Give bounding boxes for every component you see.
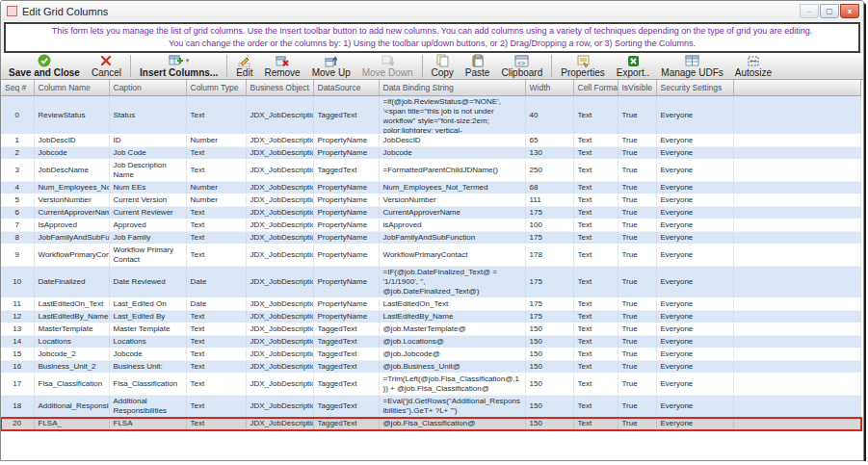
edit-grid-columns-dialog: Edit Grid Columns – ▢ x This form lets y… <box>0 0 864 461</box>
cell-security: Everyone <box>656 418 733 430</box>
grid-row-seq-16[interactable]: 16Business_Unit_2Business Unit:TextJDX_J… <box>1 361 861 374</box>
grid-row-seq-6[interactable]: 6CurrentApproverNameCurrent ReviewerText… <box>1 207 861 220</box>
toolbar-button-copy[interactable]: Copy <box>426 53 460 79</box>
grid-row-seq-18[interactable]: 18Additional_ResponsibilitiAdditional Re… <box>1 396 861 418</box>
cell-filler <box>733 194 861 207</box>
cell-width: 150 <box>525 374 573 396</box>
grid-row-seq-0[interactable]: 0ReviewStatusStatusTextJDX_JobDescriptio… <box>1 96 861 135</box>
cell-datasource: TaggedText <box>313 349 379 361</box>
column-header-column_type[interactable]: Column Type <box>186 80 246 96</box>
cell-datasource: PropertyName <box>313 182 379 194</box>
grid-row-seq-13[interactable]: 13MasterTemplateMaster TemplateTextJDX_J… <box>1 323 861 336</box>
cell-datasource: PropertyName <box>313 232 379 245</box>
toolbar-button-label: Export.. <box>617 67 649 79</box>
grid-body: 0ReviewStatusStatusTextJDX_JobDescriptio… <box>1 96 861 430</box>
cell-filler <box>733 182 861 194</box>
column-header-business_object[interactable]: Business Object <box>246 80 313 96</box>
toolbar-button-label: Move Down <box>362 67 413 79</box>
move-down-icon <box>381 54 394 67</box>
grid-row-seq-3[interactable]: 3JobDescNameJob Description NameTextJDX_… <box>1 160 861 182</box>
cell-column_type: Text <box>186 323 246 336</box>
cell-cell_format: Text <box>573 147 618 160</box>
grid-row-seq-12[interactable]: 12LastEditedBy_NameLast_Edited ByTextJDX… <box>1 311 861 323</box>
grid-row-seq-2[interactable]: 2JobcodeJob CodeTextJDX_JobDescriptionPr… <box>1 147 861 160</box>
toolbar-button-paste[interactable]: Paste <box>460 53 496 79</box>
cell-binding: =IF(@job.DateFinalized_Text@ = '1/1/1900… <box>379 267 525 298</box>
column-header-caption[interactable]: Caption <box>109 80 186 96</box>
column-header-width[interactable]: Width <box>525 80 573 96</box>
toolbar-button-move-up[interactable]: Move Up <box>306 53 356 79</box>
grid-row-seq-8[interactable]: 8JobFamilyAndSubFunctiJob FamilyTextJDX_… <box>1 232 861 245</box>
cell-seq: 1 <box>1 135 34 147</box>
toolbar-button-save-and-close[interactable]: Save and Close <box>3 53 86 79</box>
save-icon <box>38 54 51 67</box>
cell-binding: @job.Flsa_Classification@ <box>379 418 525 430</box>
toolbar-button-insert-columns[interactable]: ▾Insert Columns... <box>134 53 224 79</box>
cell-column_name: Flsa_Classification <box>34 374 109 396</box>
cell-security: Everyone <box>656 311 733 323</box>
toolbar-button-clipboard[interactable]: <>Clipboard <box>495 53 548 79</box>
toolbar-button-label: Clipboard <box>501 67 542 79</box>
cell-column_type: Text <box>186 349 246 361</box>
minimize-button[interactable]: – <box>800 4 819 18</box>
cell-seq: 4 <box>1 182 34 194</box>
cell-binding: Num_Employees_Not_Termed <box>379 182 525 194</box>
column-header-column_name[interactable]: Column Name <box>34 80 109 96</box>
cell-binding: @job.Jobcode@ <box>379 349 525 361</box>
grid-row-seq-9[interactable]: 9WorkflowPrimaryContacWorkflow Primary C… <box>1 245 861 267</box>
grid-row-seq-11[interactable]: 11LastEditedOn_TextLast_Edited OnDateJDX… <box>1 298 861 311</box>
cell-isvisible: True <box>618 207 656 220</box>
cell-column_name: ReviewStatus <box>34 96 109 135</box>
toolbar-button-autosize[interactable]: Autosize <box>729 53 777 79</box>
column-header-seq[interactable]: Seq # <box>1 80 34 96</box>
grid-row-seq-20[interactable]: 20FLSA_FLSATextJDX_JobDescriptionTaggedT… <box>1 418 861 430</box>
cell-caption: Additional Responsibilities <box>109 396 186 418</box>
grid-row-seq-1[interactable]: 1JobDescIDIDNumberJDX_JobDescriptionProp… <box>1 135 861 147</box>
cell-caption: Current Reviewer <box>109 207 186 220</box>
toolbar-button-label: Autosize <box>735 67 772 79</box>
column-header-datasource[interactable]: DataSource <box>313 80 379 96</box>
cell-security: Everyone <box>656 147 733 160</box>
cell-binding: LastEditedBy_Name <box>379 311 525 323</box>
cell-filler <box>733 96 861 135</box>
close-button[interactable]: x <box>840 4 859 18</box>
titlebar[interactable]: Edit Grid Columns – ▢ x <box>1 1 863 21</box>
grid-header-row: Seq #Column NameCaptionColumn TypeBusine… <box>1 80 861 96</box>
grid-row-seq-14[interactable]: 14LocationsLocationsTextJDX_JobDescripti… <box>1 336 861 349</box>
column-header-security[interactable]: Security Settings <box>656 80 733 96</box>
toolbar-button-edit[interactable]: Edit <box>230 53 258 79</box>
grid-row-seq-5[interactable]: 5VersionNumberCurrent VersionNumberJDX_J… <box>1 194 861 207</box>
column-header-cell_format[interactable]: Cell Format <box>573 80 618 96</box>
cell-filler <box>733 298 861 311</box>
grid-row-seq-15[interactable]: 15Jobcode_2JobcodeTextJDX_JobDescription… <box>1 349 861 361</box>
cell-width: 100 <box>525 220 573 232</box>
cell-business_object: JDX_JobDescription <box>246 374 313 396</box>
cell-security: Everyone <box>656 182 733 194</box>
cell-cell_format: Text <box>573 245 618 267</box>
grid-row-seq-17[interactable]: 17Flsa_ClassificationFlsa_Classification… <box>1 374 861 396</box>
cell-datasource: TaggedText <box>313 396 379 418</box>
cell-filler <box>733 207 861 220</box>
toolbar-button-manage-udfs[interactable]: Manage UDFs <box>655 53 728 79</box>
cell-column_name: WorkflowPrimaryContac <box>34 245 109 267</box>
grid-row-seq-7[interactable]: 7IsApprovedApprovedTextJDX_JobDescriptio… <box>1 220 861 232</box>
paste-icon <box>472 54 484 67</box>
toolbar-button-export[interactable]: Export.. <box>611 53 655 79</box>
cell-column_name: DateFinalized <box>34 267 109 298</box>
cell-binding: LastEditedOn_Text <box>379 298 525 311</box>
cell-cell_format: Text <box>573 374 618 396</box>
remove-icon <box>276 54 289 67</box>
maximize-button[interactable]: ▢ <box>820 4 839 18</box>
dialog-title: Edit Grid Columns <box>22 6 108 17</box>
toolbar-button-properties[interactable]: Properties <box>555 53 611 79</box>
cell-seq: 6 <box>1 207 34 220</box>
grid-row-seq-10[interactable]: 10DateFinalizedDate ReviewedDateJDX_JobD… <box>1 267 861 298</box>
column-header-isvisible[interactable]: IsVisible <box>618 80 656 96</box>
toolbar-button-remove[interactable]: Remove <box>258 53 305 79</box>
toolbar-button-cancel[interactable]: Cancel <box>86 53 127 79</box>
toolbar-button-label: Cancel <box>92 67 121 79</box>
dialog-icon <box>7 6 17 16</box>
column-header-binding[interactable]: Data Binding String <box>379 80 525 96</box>
grid-row-seq-4[interactable]: 4Num_Employees_Not_TNum EEsNumberJDX_Job… <box>1 182 861 194</box>
toolbar-button-label: Move Up <box>312 67 351 79</box>
